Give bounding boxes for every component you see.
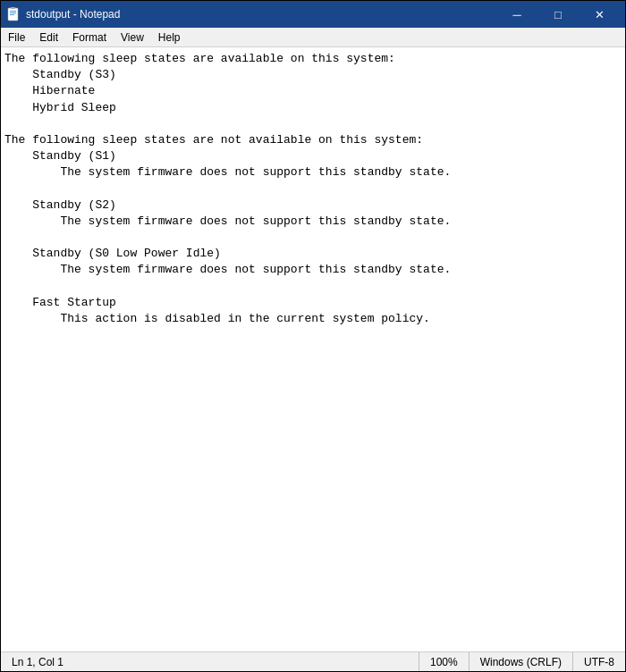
svg-rect-4 <box>11 7 15 9</box>
status-line-ending-section: Windows (CRLF) <box>470 652 573 671</box>
status-position-section: Ln 1, Col 1 <box>1 652 419 671</box>
main-window: stdoutput - Notepad ─ □ ✕ File Edit Form… <box>0 0 626 672</box>
menu-view[interactable]: View <box>114 29 151 45</box>
title-bar-left: stdoutput - Notepad <box>6 7 120 21</box>
editor-area[interactable]: The following sleep states are available… <box>1 47 625 651</box>
status-zoom-section: 100% <box>419 652 470 671</box>
title-bar: stdoutput - Notepad ─ □ ✕ <box>1 1 625 28</box>
status-encoding-section: UTF-8 <box>573 652 625 671</box>
menu-edit[interactable]: Edit <box>32 29 65 45</box>
close-button[interactable]: ✕ <box>579 4 620 24</box>
line-ending: Windows (CRLF) <box>480 656 562 668</box>
menu-format[interactable]: Format <box>65 29 114 45</box>
menu-file[interactable]: File <box>1 29 32 45</box>
window-title: stdoutput - Notepad <box>26 8 120 21</box>
svg-rect-2 <box>10 13 16 13</box>
notepad-icon <box>6 7 21 21</box>
title-bar-controls: ─ □ ✕ <box>496 4 620 24</box>
menu-bar: File Edit Format View Help <box>1 28 625 47</box>
menu-help[interactable]: Help <box>151 29 188 45</box>
svg-rect-1 <box>10 11 16 12</box>
svg-rect-3 <box>10 14 14 15</box>
editor-content[interactable]: The following sleep states are available… <box>4 51 622 648</box>
zoom-level: 100% <box>430 656 458 668</box>
minimize-button[interactable]: ─ <box>496 4 537 24</box>
maximize-button[interactable]: □ <box>537 4 579 24</box>
status-bar: Ln 1, Col 1 100% Windows (CRLF) UTF-8 <box>1 651 625 671</box>
encoding: UTF-8 <box>584 656 614 668</box>
cursor-position: Ln 1, Col 1 <box>12 656 63 668</box>
